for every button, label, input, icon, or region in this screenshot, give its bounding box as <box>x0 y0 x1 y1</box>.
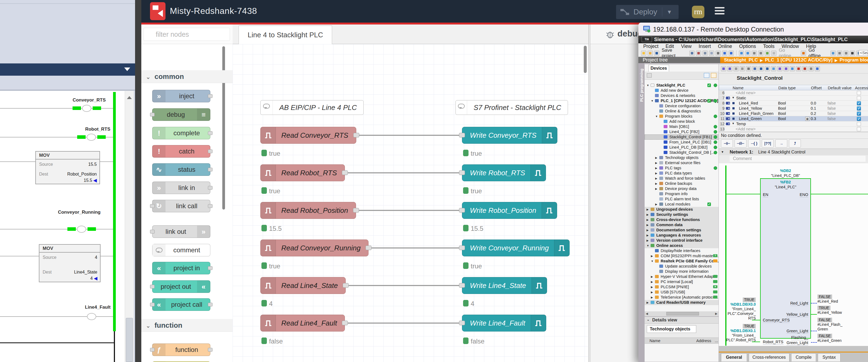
rt-icon[interactable] <box>765 51 770 56</box>
tree-item[interactable]: ▶Security settings <box>645 212 719 217</box>
tree-item[interactable]: ▼Realtek PCIe GBE Family Con... <box>645 258 719 264</box>
tree-item[interactable]: ▶Technology objects <box>645 155 719 160</box>
table-tool-icon-0[interactable] <box>721 66 726 71</box>
output-port[interactable] <box>208 149 213 153</box>
new-icon[interactable] <box>641 51 646 56</box>
accessible-checkbox[interactable] <box>857 122 861 126</box>
node-output-port[interactable] <box>353 208 359 213</box>
bottom-tab-syntax[interactable]: Syntax <box>818 353 841 361</box>
palette-node-complete[interactable]: complete! <box>152 127 210 139</box>
output-port[interactable] <box>208 131 213 135</box>
tree-collapse-icon[interactable]: ▶ <box>647 218 649 221</box>
accessible-checkbox[interactable]: ✓ <box>857 112 861 116</box>
output-port[interactable] <box>208 204 213 208</box>
details-view-tab[interactable]: Technology objects <box>647 325 696 333</box>
flow-node-read[interactable]: Read Conveyor_RTS <box>260 127 356 144</box>
accessible-checkbox[interactable] <box>857 96 861 100</box>
table-tool-icon-4[interactable] <box>746 66 751 71</box>
bottom-tab-compile[interactable]: Compile <box>791 353 816 361</box>
flow-canvas[interactable]: AB EIP/CIP - Line 4 PLCS7 Profinet - Sta… <box>232 44 588 362</box>
table-tool-icon-13[interactable] <box>802 66 807 71</box>
undo-icon[interactable] <box>722 51 727 56</box>
node-output-port[interactable] <box>353 133 359 137</box>
mov-instruction[interactable]: MOVSource4DestLine4_State4 ◀ <box>39 244 100 282</box>
data-type-dropdown-icon[interactable]: ▦ <box>805 117 810 121</box>
tree-item[interactable]: ▶Common data <box>645 222 719 227</box>
breadcrumb-item[interactable]: Stacklight_PLC <box>724 57 758 63</box>
tree-item[interactable]: From_Line4_PLC [DB1] <box>645 140 719 145</box>
flow-node-write[interactable]: Write Robot_Position <box>462 202 557 219</box>
table-tool-icon-3[interactable] <box>740 66 745 71</box>
tag-table-row[interactable]: 10Line4_Flash_GreenBool0.2false✓ <box>719 111 868 116</box>
tree-collapse-icon[interactable]: ▶ <box>647 223 649 226</box>
details-view-header[interactable]: ⌄Details view <box>645 317 718 324</box>
tree-collapse-icon[interactable]: ▶ <box>651 296 653 299</box>
output-port[interactable] <box>208 94 213 98</box>
tree-item[interactable]: PLC alarm text lists <box>645 196 719 202</box>
devices-tab[interactable]: Devices <box>648 65 669 72</box>
accessible-checkbox[interactable]: ✓ <box>857 117 861 121</box>
tree-item[interactable]: Main [OB1] <box>645 124 719 129</box>
palette-node-project-out[interactable]: project out« <box>152 280 210 293</box>
canvas-scrollbar-thumb[interactable] <box>584 46 587 73</box>
tag-table-row[interactable]: 9Line4_YellowBool0.1false✓ <box>719 106 868 111</box>
scroll-left-icon[interactable]: ◀ <box>646 312 648 315</box>
tree-item[interactable]: ▶Version control interface <box>645 238 719 243</box>
table-tool-icon-10[interactable] <box>783 66 788 71</box>
go-online-icon[interactable] <box>771 51 776 56</box>
tree-item[interactable]: ▶TeleService [Automatic protoco... <box>645 295 719 300</box>
tree-item[interactable]: ▼PLC_1 [CPU 1212C AC/DC/Rly]✓ <box>645 98 719 104</box>
collapsed-panel-bar[interactable] <box>0 63 135 76</box>
node-input-port[interactable] <box>459 246 465 250</box>
tree-item[interactable]: ▶Watch and force tables <box>645 176 719 181</box>
table-tool-icon-1[interactable] <box>727 66 733 71</box>
tree-item[interactable]: ▶Device proxy data <box>645 186 719 191</box>
tree-item[interactable]: ▶COM [RS232/PPI multi-master c...? <box>645 253 719 258</box>
tree-expand-icon[interactable]: ▼ <box>651 99 654 102</box>
go-offline-icon[interactable] <box>801 51 806 56</box>
output-port[interactable] <box>208 348 213 352</box>
deploy-options-chevron-icon[interactable]: ▼ <box>666 9 672 15</box>
tree-item[interactable]: Line4_PLC_DB [DB2] <box>645 145 719 150</box>
node-output-port[interactable] <box>342 321 348 325</box>
tree-item[interactable]: ▼Online access <box>645 243 719 248</box>
palette-node-link-call[interactable]: link call↻ <box>152 200 210 212</box>
tree-view-icon[interactable] <box>704 73 709 78</box>
tree-collapse-icon[interactable]: ▶ <box>655 177 657 180</box>
group-collapse-icon[interactable]: ▼ <box>732 122 735 125</box>
tree-item[interactable]: ▶Local modules✓ <box>645 202 719 207</box>
tree-item[interactable]: ▶Hyper-V Virtual Ethernet Adapter <box>645 274 719 279</box>
window2-icon[interactable] <box>843 51 849 56</box>
input-port[interactable] <box>150 285 155 288</box>
bottom-tab-general[interactable]: General <box>721 353 747 361</box>
cut-icon[interactable] <box>696 51 701 56</box>
flow-node-write[interactable]: Write Line4_Fault <box>462 315 546 332</box>
output-port[interactable] <box>208 303 213 306</box>
deploy-button[interactable]: Deploy ▼ <box>616 5 679 19</box>
tree-item[interactable]: ▶PLC tags <box>645 166 719 171</box>
palette-node-project-in[interactable]: project in« <box>152 262 210 274</box>
tia-title-bar[interactable]: TIA V17 Siemens - C:\Users\richard\Docum… <box>638 36 868 43</box>
palette-node-status[interactable]: status∿ <box>152 163 210 176</box>
breadcrumb-item[interactable]: Program blocks <box>839 57 868 63</box>
accessible-checkbox[interactable]: ✓ <box>857 101 861 105</box>
comment-node[interactable]: AB EIP/CIP - Line 4 PLC <box>260 100 364 115</box>
tree-collapse-icon[interactable]: ▶ <box>655 182 657 185</box>
user-avatar[interactable]: rm <box>692 6 704 18</box>
tree-item[interactable]: ▶Ungrouped devices <box>645 207 719 212</box>
tree-item[interactable]: Stacklight_Control_DB [... <box>645 150 719 155</box>
palette-node-function[interactable]: functionƒ <box>152 343 210 356</box>
flow-node-read[interactable]: Read Conveyor_Running <box>260 240 369 256</box>
bottom-tab-crossreferences[interactable]: Cross-references <box>749 353 789 361</box>
tree-expand-icon[interactable]: ▼ <box>651 260 654 263</box>
tag-table-row[interactable]: 6<Add new> <box>719 90 868 95</box>
node-input-port[interactable] <box>459 133 465 137</box>
palette-node-comment[interactable]: comment <box>152 244 210 256</box>
table-tool-icon-2[interactable] <box>734 66 739 71</box>
tree-collapse-icon[interactable]: ▶ <box>651 254 653 257</box>
accessible-checkbox[interactable] <box>857 91 861 95</box>
ladder-canvas[interactable]: Conveyor_RTSRobot_RTSMOVSource15.5DestRo… <box>0 91 125 362</box>
accessible-checkbox[interactable]: ✓ <box>857 106 861 111</box>
tree-item[interactable]: Devices & networks <box>645 93 719 98</box>
table-tool-icon-8[interactable] <box>771 66 776 71</box>
